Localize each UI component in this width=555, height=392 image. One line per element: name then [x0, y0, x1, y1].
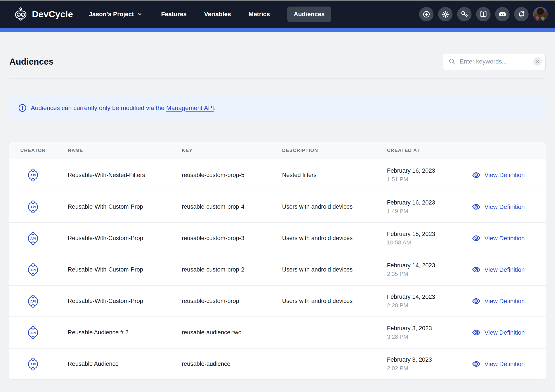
table-body: API Reusable-With-Nested-Filters reusabl…: [9, 159, 546, 379]
api-keys-button[interactable]: [457, 7, 472, 21]
navbar-actions: [419, 7, 548, 21]
accent-bar: [0, 28, 555, 32]
view-definition-link[interactable]: View Definition: [468, 234, 546, 243]
api-badge-icon: API: [26, 294, 40, 309]
management-api-link[interactable]: Management API: [166, 104, 214, 111]
audience-name: Reusable Audience: [68, 361, 182, 367]
view-definition-link[interactable]: View Definition: [468, 202, 546, 211]
eye-icon: [472, 359, 481, 368]
created-time: 1:51 PM: [387, 176, 468, 183]
created-time: 2:28 PM: [387, 302, 468, 309]
created-time: 10:58 AM: [387, 239, 468, 246]
docs-button[interactable]: [476, 7, 490, 21]
table-row: API Reusable-With-Custom-Prop reusable-c…: [9, 285, 546, 316]
eye-icon: [472, 265, 481, 274]
audience-key: reusable-custom-prop-3: [182, 235, 282, 242]
header-divider: [9, 78, 546, 78]
api-badge-icon: API: [26, 200, 40, 214]
settings-button[interactable]: [438, 7, 453, 21]
audience-name: Reusable-With-Custom-Prop: [68, 203, 182, 210]
create-button[interactable]: [419, 7, 433, 21]
window-top-edge: [0, 0, 555, 1]
created-date: February 14, 2023: [387, 293, 468, 300]
creator-cell: API: [9, 325, 68, 340]
banner-text-before: Audiences can currently only be modified…: [31, 104, 166, 111]
column-header-created-at: Created At: [387, 148, 468, 153]
audience-key: reusable-custom-prop-2: [182, 266, 282, 273]
page-header: Audiences ×: [9, 53, 546, 70]
brand[interactable]: DevCycle: [14, 7, 73, 21]
table-row: API Reusable-With-Custom-Prop reusable-c…: [9, 222, 546, 254]
table-header: Creator Name Key Description Created At: [9, 142, 546, 159]
created-date: February 16, 2023: [387, 199, 468, 206]
api-badge-icon: API: [26, 325, 40, 340]
audience-description: Users with android devices: [282, 203, 387, 210]
column-header-key: Key: [182, 148, 282, 153]
search-input[interactable]: [460, 58, 533, 65]
created-time: 2:02 PM: [387, 365, 468, 372]
api-badge-label: API: [30, 237, 36, 240]
audience-key: reusable-custom-prop-5: [182, 172, 282, 178]
book-icon: [479, 10, 488, 18]
creator-cell: API: [9, 200, 68, 214]
primary-tabs: Features Variables Metrics Audiences: [161, 7, 331, 22]
created-at-cell: February 14, 2023 2:28 PM: [387, 293, 468, 309]
clear-search-button[interactable]: ×: [533, 57, 542, 66]
created-time: 1:49 PM: [387, 208, 468, 214]
gear-icon: [441, 10, 449, 18]
view-definition-link[interactable]: View Definition: [468, 297, 546, 306]
project-selector[interactable]: Jason's Project: [89, 11, 142, 18]
tab-features[interactable]: Features: [161, 11, 187, 18]
created-at-cell: February 3, 2023 2:02 PM: [387, 356, 468, 372]
api-badge-icon: API: [26, 231, 40, 246]
view-definition-link[interactable]: View Definition: [468, 171, 546, 180]
notifications-button[interactable]: [514, 7, 529, 21]
created-date: February 3, 2023: [387, 356, 468, 363]
audience-name: Reusable-With-Custom-Prop: [68, 235, 182, 242]
search-icon: [448, 58, 456, 65]
api-badge-icon: API: [26, 357, 40, 371]
discord-button[interactable]: [495, 7, 510, 21]
eye-icon: [472, 234, 481, 243]
eye-icon: [472, 202, 481, 211]
column-header-description: Description: [282, 148, 387, 153]
api-badge-label: API: [30, 331, 36, 334]
tab-audiences[interactable]: Audiences: [287, 7, 331, 22]
chevron-down-icon: [137, 12, 142, 17]
view-definition-label: View Definition: [484, 298, 525, 305]
view-definition-label: View Definition: [484, 266, 525, 273]
view-definition-link[interactable]: View Definition: [468, 265, 546, 274]
table-row: API Reusable Audience # 2 reusable-audie…: [9, 316, 546, 348]
devcycle-logo-icon: [14, 7, 28, 21]
main-content: Audiences × Audiences can currently only…: [0, 53, 555, 379]
info-banner: Audiences can currently only be modified…: [9, 96, 546, 120]
creator-cell: API: [9, 294, 68, 309]
api-badge-label: API: [30, 362, 36, 366]
created-date: February 14, 2023: [387, 262, 468, 269]
table-row: API Reusable Audience reusable-audience …: [9, 348, 546, 379]
audiences-table: Creator Name Key Description Created At …: [9, 142, 546, 379]
audience-description: Users with android devices: [282, 235, 387, 242]
created-time: 2:35 PM: [387, 271, 468, 278]
audience-description: Nested filters: [282, 172, 387, 178]
audience-name: Reusable Audience # 2: [68, 329, 182, 336]
api-badge-label: API: [30, 299, 36, 303]
api-badge-icon: API: [26, 262, 40, 277]
tab-metrics[interactable]: Metrics: [248, 11, 270, 18]
audience-key: reusable-audience-two: [182, 329, 282, 336]
creator-cell: API: [9, 168, 68, 182]
created-at-cell: February 16, 2023 1:51 PM: [387, 167, 468, 183]
audience-name: Reusable-With-Nested-Filters: [68, 172, 182, 178]
bell-icon: [518, 10, 526, 18]
api-badge-label: API: [30, 268, 36, 271]
eye-icon: [472, 328, 481, 337]
x-icon: ×: [536, 59, 539, 64]
view-definition-link[interactable]: View Definition: [468, 359, 546, 368]
key-icon: [460, 10, 468, 18]
page-title: Audiences: [9, 57, 53, 67]
user-avatar[interactable]: [533, 7, 548, 21]
tab-variables[interactable]: Variables: [204, 11, 231, 18]
creator-cell: API: [9, 357, 68, 371]
view-definition-link[interactable]: View Definition: [468, 328, 546, 337]
info-circle-icon: [18, 103, 27, 112]
